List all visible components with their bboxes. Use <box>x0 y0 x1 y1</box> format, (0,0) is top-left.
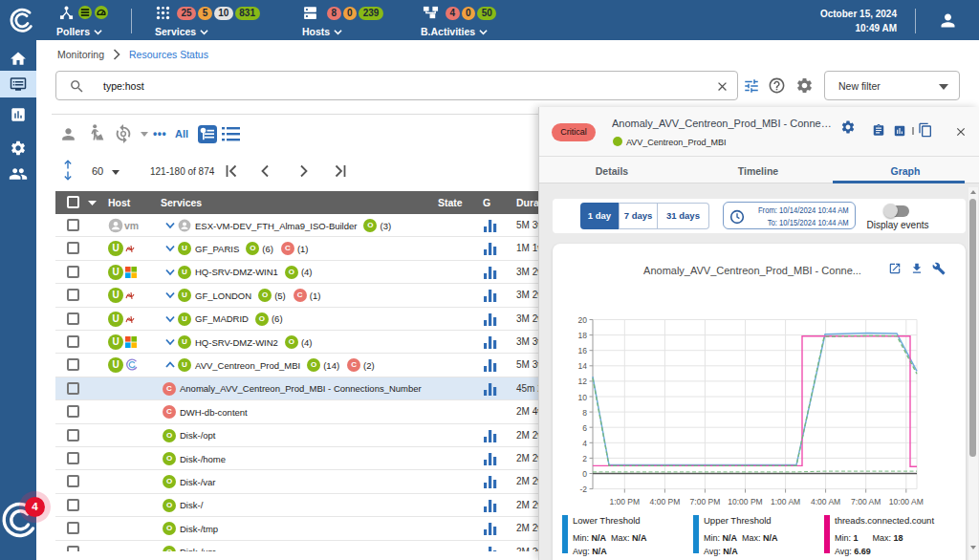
svg-text:1:00 PM: 1:00 PM <box>609 497 640 506</box>
svg-text:2: 2 <box>582 454 587 463</box>
svg-text:20: 20 <box>578 315 588 325</box>
svg-text:7:00 PM: 7:00 PM <box>690 497 721 506</box>
svg-text:16: 16 <box>578 346 588 355</box>
svg-text:10:00 PM: 10:00 PM <box>728 497 762 506</box>
svg-text:7:00 AM: 7:00 AM <box>851 497 881 506</box>
svg-text:-2: -2 <box>579 485 587 494</box>
svg-text:1:00 AM: 1:00 AM <box>771 497 800 506</box>
svg-text:4:00 PM: 4:00 PM <box>650 497 681 506</box>
svg-text:6: 6 <box>582 423 587 433</box>
svg-text:12: 12 <box>578 377 588 386</box>
svg-text:10: 10 <box>578 393 588 402</box>
svg-text:4: 4 <box>582 439 587 448</box>
svg-text:0: 0 <box>582 469 587 479</box>
svg-text:18: 18 <box>578 331 588 340</box>
svg-text:4:00 AM: 4:00 AM <box>811 497 840 506</box>
svg-text:14: 14 <box>578 361 588 371</box>
svg-text:10:00 AM: 10:00 AM <box>889 497 924 506</box>
svg-text:8: 8 <box>582 408 587 418</box>
